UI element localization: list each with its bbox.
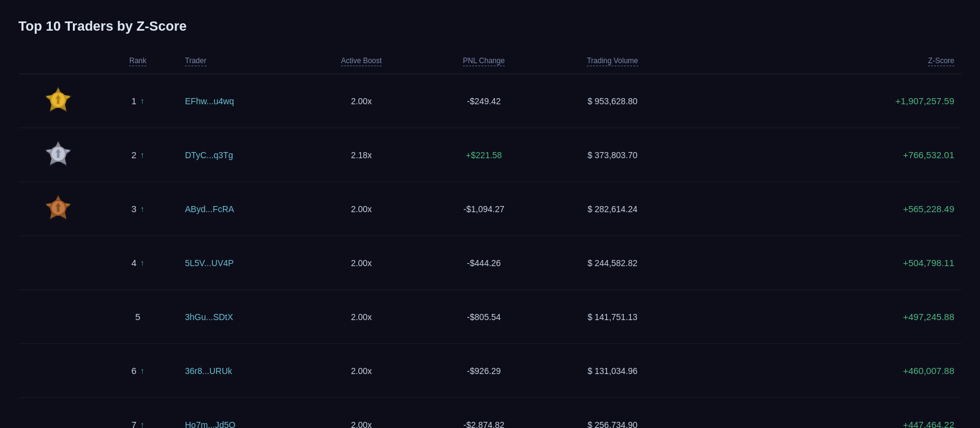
table-row: 6↑36r8...URUk2.00x-$926.29$ 131,034.96+4… (18, 344, 962, 398)
trader-name[interactable]: 3hGu...SDtX (185, 312, 233, 322)
trader-cell: 5L5V...UV4P (178, 236, 300, 290)
boost-cell: 2.00x (300, 236, 423, 290)
table-row: 1↑EFhw...u4wq2.00x-$249.42$ 953,628.80+1… (18, 74, 962, 128)
boost-cell: 2.00x (300, 344, 423, 398)
boost-cell: 2.18x (300, 128, 423, 182)
boost-cell: 2.00x (300, 74, 423, 128)
badge-cell (18, 398, 98, 429)
volume-cell: $ 244,582.82 (545, 236, 680, 290)
rank-arrow-up-icon: ↑ (140, 420, 145, 428)
rank-arrow-up-icon: ↑ (140, 204, 145, 213)
col-header-volume: Trading Volume (545, 52, 680, 74)
rank-number: 4 (132, 258, 137, 268)
bronze-badge-icon (43, 193, 73, 223)
rank-arrow-up-icon: ↑ (140, 366, 145, 375)
leaderboard-table: Rank Trader Active Boost PNL Change Trad… (18, 52, 962, 428)
rank-number: 1 (132, 96, 137, 106)
rank-cell: 3↑ (98, 182, 178, 236)
pnl-cell: -$2,874.82 (423, 398, 545, 429)
pnl-cell: -$805.54 (423, 290, 545, 344)
rank-cell: 6↑ (98, 344, 178, 398)
volume-cell: $ 953,628.80 (545, 74, 680, 128)
table-header-row: Rank Trader Active Boost PNL Change Trad… (18, 52, 962, 74)
rank-cell: 5 (98, 290, 178, 344)
volume-cell: $ 131,034.96 (545, 344, 680, 398)
badge-cell (18, 344, 98, 398)
col-header-zscore: Z-Score (680, 52, 962, 74)
rank-number: 7 (132, 419, 137, 428)
trader-cell: DTyC...q3Tg (178, 128, 300, 182)
rank-number: 5 (135, 311, 140, 322)
rank-number: 6 (132, 365, 137, 376)
pnl-cell: -$926.29 (423, 344, 545, 398)
rank-arrow-up-icon: ↑ (140, 96, 145, 105)
trader-name[interactable]: DTyC...q3Tg (185, 150, 233, 160)
col-header-boost: Active Boost (300, 52, 423, 74)
zscore-cell: +504,798.11 (680, 236, 962, 290)
rank-number: 2 (132, 150, 137, 160)
trader-cell: AByd...FcRA (178, 182, 300, 236)
zscore-cell: +460,007.88 (680, 344, 962, 398)
trader-name[interactable]: 36r8...URUk (185, 366, 232, 376)
col-header-badge (18, 52, 98, 74)
trader-cell: 36r8...URUk (178, 344, 300, 398)
trader-cell: Ho7m...Jd5Q (178, 398, 300, 429)
table-row: 2↑DTyC...q3Tg2.18x+$221.58$ 373,803.70+7… (18, 128, 962, 182)
col-header-pnl: PNL Change (423, 52, 545, 74)
rank-cell: 1↑ (98, 74, 178, 128)
zscore-cell: +565,228.49 (680, 182, 962, 236)
col-header-rank: Rank (98, 52, 178, 74)
volume-cell: $ 282,614.24 (545, 182, 680, 236)
rank-cell: 2↑ (98, 128, 178, 182)
volume-cell: $ 256,734.90 (545, 398, 680, 429)
table-row: 7↑Ho7m...Jd5Q2.00x-$2,874.82$ 256,734.90… (18, 398, 962, 429)
boost-cell: 2.00x (300, 398, 423, 429)
trader-name[interactable]: AByd...FcRA (185, 204, 234, 214)
pnl-cell: +$221.58 (423, 128, 545, 182)
trader-cell: 3hGu...SDtX (178, 290, 300, 344)
badge-cell (18, 182, 98, 236)
rank-number: 3 (132, 204, 137, 214)
badge-cell (18, 236, 98, 290)
silver-badge-icon (43, 139, 73, 169)
zscore-cell: +447,464.22 (680, 398, 962, 429)
pnl-cell: -$444.26 (423, 236, 545, 290)
trader-cell: EFhw...u4wq (178, 74, 300, 128)
rank-cell: 4↑ (98, 236, 178, 290)
gold-badge-icon (43, 85, 73, 115)
trader-name[interactable]: EFhw...u4wq (185, 96, 234, 106)
col-header-trader: Trader (178, 52, 300, 74)
volume-cell: $ 373,803.70 (545, 128, 680, 182)
table-row: 3↑AByd...FcRA2.00x-$1,094.27$ 282,614.24… (18, 182, 962, 236)
table-row: 4↑5L5V...UV4P2.00x-$444.26$ 244,582.82+5… (18, 236, 962, 290)
badge-cell (18, 74, 98, 128)
page-title: Top 10 Traders by Z-Score (18, 18, 962, 34)
boost-cell: 2.00x (300, 182, 423, 236)
rank-cell: 7↑ (98, 398, 178, 429)
zscore-cell: +766,532.01 (680, 128, 962, 182)
zscore-cell: +497,245.88 (680, 290, 962, 344)
trader-name[interactable]: 5L5V...UV4P (185, 258, 234, 268)
boost-cell: 2.00x (300, 290, 423, 344)
volume-cell: $ 141,751.13 (545, 290, 680, 344)
rank-arrow-up-icon: ↑ (140, 150, 145, 159)
badge-cell (18, 290, 98, 344)
zscore-cell: +1,907,257.59 (680, 74, 962, 128)
pnl-cell: -$1,094.27 (423, 182, 545, 236)
table-row: 53hGu...SDtX2.00x-$805.54$ 141,751.13+49… (18, 290, 962, 344)
badge-cell (18, 128, 98, 182)
pnl-cell: -$249.42 (423, 74, 545, 128)
rank-arrow-up-icon: ↑ (140, 258, 145, 267)
trader-name[interactable]: Ho7m...Jd5Q (185, 420, 235, 429)
